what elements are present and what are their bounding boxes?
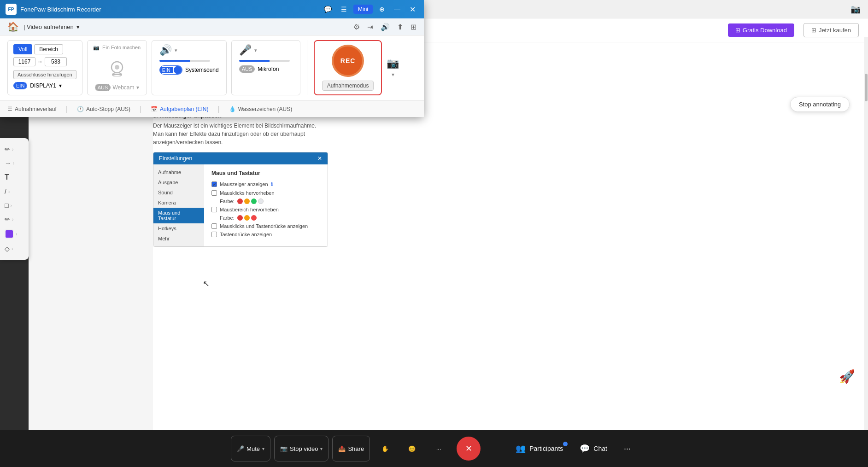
tool-color[interactable]: › xyxy=(0,227,29,241)
color-red-1[interactable] xyxy=(237,198,243,204)
color-yellow-2[interactable] xyxy=(244,215,250,221)
mic-volume-slider[interactable] xyxy=(239,60,290,62)
gratis-download-button[interactable]: ⊞ Gratis Download xyxy=(728,23,794,37)
menu-aufnahme[interactable]: Aufnahme xyxy=(153,167,204,177)
close-icon[interactable]: ✕ xyxy=(407,4,418,15)
wasserzeichen-label: Wasserzeichen (AUS) xyxy=(238,106,293,112)
mic-toggle[interactable]: AUS xyxy=(239,65,255,73)
participants-notification-dot xyxy=(563,442,568,446)
tab-voll[interactable]: Voll xyxy=(13,44,32,54)
status-wasserzeichen[interactable]: 💧 Wasserzeichen (AUS) xyxy=(229,106,293,112)
cb-tastendrucke-row: Mausklicks und Tastendrücke anzeigen xyxy=(211,223,320,229)
status-verlauf[interactable]: ☰ Aufnahmeverlauf xyxy=(7,106,57,112)
ein-sound-label: EIN xyxy=(160,67,173,73)
exclusions-button[interactable]: Ausschlüsse hinzufügen xyxy=(13,70,76,79)
scroll-thumb[interactable] xyxy=(865,74,868,101)
volume-slider[interactable] xyxy=(159,60,210,62)
settings-title-bar: Einstellungen ✕ xyxy=(153,152,328,164)
rec-button[interactable]: REC xyxy=(332,45,364,77)
color-row-2 xyxy=(237,215,257,221)
info-icon[interactable]: ℹ xyxy=(271,181,273,187)
end-call-button[interactable]: ✕ xyxy=(457,437,481,461)
tool-pencil[interactable]: ✏ › xyxy=(0,213,29,226)
home-button[interactable]: 🏠 xyxy=(7,21,19,32)
participants-button[interactable]: 👥 Participants xyxy=(509,440,569,457)
color-green-1[interactable] xyxy=(251,198,257,204)
rocket-icon[interactable]: 🚀 xyxy=(839,369,855,384)
menu-sound[interactable]: Sound xyxy=(153,187,204,198)
ein-toggle[interactable]: EIN xyxy=(13,82,27,89)
more-button[interactable]: ··· xyxy=(427,436,450,461)
menu-hotkeys[interactable]: Hotkeys xyxy=(153,223,204,234)
farbe2-row: Farbe: xyxy=(211,215,320,221)
chat-button[interactable]: 💬 Chat xyxy=(573,440,614,457)
audio-icon[interactable]: 🔊 xyxy=(381,23,390,31)
export-icon[interactable]: ⇥ xyxy=(367,23,373,31)
menu-kamera[interactable]: Kamera xyxy=(153,198,204,208)
camera-icon[interactable]: 📷 xyxy=(387,58,399,70)
participants-label: Participants xyxy=(529,445,563,452)
scrollbar[interactable] xyxy=(864,37,868,430)
upload-icon[interactable]: ⬆ xyxy=(397,23,403,31)
systemsound-label: Systemsound xyxy=(185,67,219,73)
layout-icon[interactable]: ⊞ xyxy=(411,23,416,31)
tool-text[interactable]: T xyxy=(0,170,29,184)
share-button[interactable]: 📤 Share xyxy=(332,436,370,461)
line-expand-icon: › xyxy=(8,189,10,194)
tool-pen[interactable]: ✏ › xyxy=(0,143,29,156)
tool-arrow[interactable]: → › xyxy=(0,157,29,169)
webcam-toggle[interactable]: AUS xyxy=(95,84,111,91)
color-red-2[interactable] xyxy=(237,215,243,221)
menu-maus-tastatur[interactable]: Maus und Tastatur xyxy=(153,208,204,223)
title-bar-controls: 💬 ☰ Mini ⊕ — ✕ xyxy=(321,4,418,15)
cb-mausklicks[interactable] xyxy=(211,190,217,196)
app-title: FonePaw Bildschirm Recorder xyxy=(20,6,321,13)
url-camera-icon[interactable]: 📷 xyxy=(850,4,861,14)
app-logo: FP xyxy=(6,4,17,15)
color-white-1[interactable] xyxy=(258,198,264,204)
sound-chevron-icon[interactable]: ▾ xyxy=(175,47,177,53)
pin-icon[interactable]: ⊕ xyxy=(376,5,387,14)
color-row-1 xyxy=(237,198,264,204)
cb-tastendrucke[interactable] xyxy=(211,223,217,229)
mute-chevron-icon: ▾ xyxy=(262,446,264,451)
tab-bereich[interactable]: Bereich xyxy=(34,44,63,54)
mini-button[interactable]: Mini xyxy=(353,5,373,14)
menu-icon[interactable]: ☰ xyxy=(338,5,350,14)
cb-mauszeiger[interactable]: ✓ xyxy=(211,181,217,187)
cb-tastaturdrucke[interactable] xyxy=(211,232,217,237)
water-icon: 💧 xyxy=(229,106,236,112)
status-autostopp[interactable]: 🕐 Auto-Stopp (AUS) xyxy=(77,106,130,112)
color-yellow-1[interactable] xyxy=(244,198,250,204)
display-toggle-row: EIN DISPLAY1 ▾ xyxy=(13,82,76,89)
sound-toggle[interactable]: EIN xyxy=(159,65,182,75)
video-mode-selector[interactable]: | Video aufnehmen ▾ xyxy=(23,23,80,30)
cb-mausbereich[interactable] xyxy=(211,207,217,212)
status-aufgabenplan[interactable]: 📅 Aufgabenplan (EIN) xyxy=(151,106,208,112)
minimize-icon[interactable]: — xyxy=(391,5,403,14)
mute-button[interactable]: 🎤 Mute ▾ xyxy=(231,436,270,461)
tool-line[interactable]: / › xyxy=(0,185,29,198)
windows-icon: ⊞ xyxy=(735,27,740,34)
cb-mausbereich-row: Mausbereich hervorheben xyxy=(211,207,320,212)
aufnahme-mode-button[interactable]: Aufnahmemodus xyxy=(322,81,374,91)
camera-expand-icon[interactable]: ▾ xyxy=(392,71,394,78)
chat-icon[interactable]: 💬 xyxy=(321,5,334,14)
mic-chevron-icon[interactable]: ▾ xyxy=(254,47,257,53)
menu-mehr[interactable]: Mehr xyxy=(153,234,204,244)
emoji-button[interactable]: 😊 xyxy=(400,436,423,461)
raise-hand-button[interactable]: ✋ xyxy=(374,436,397,461)
stop-video-button[interactable]: 📷 Stop video ▾ xyxy=(274,436,328,461)
stop-annotating-button[interactable]: Stop annotating xyxy=(790,97,850,112)
jetzt-kaufen-button[interactable]: ⊞ Jetzt kaufen xyxy=(803,23,859,37)
settings-icon[interactable]: ⚙ xyxy=(353,23,360,31)
color-orange-2[interactable] xyxy=(251,215,257,221)
settings-close-icon[interactable]: ✕ xyxy=(317,155,322,162)
more-options-button[interactable]: ··· xyxy=(617,440,637,457)
mic-section: 🎤 ▾ AUS Mikrofon xyxy=(231,40,300,95)
menu-ausgabe[interactable]: Ausgabe xyxy=(153,177,204,187)
width-input[interactable] xyxy=(13,57,35,66)
height-input[interactable] xyxy=(45,57,67,66)
tool-eraser[interactable]: ◇ › xyxy=(0,242,29,255)
tool-rectangle[interactable]: □ › xyxy=(0,199,29,212)
